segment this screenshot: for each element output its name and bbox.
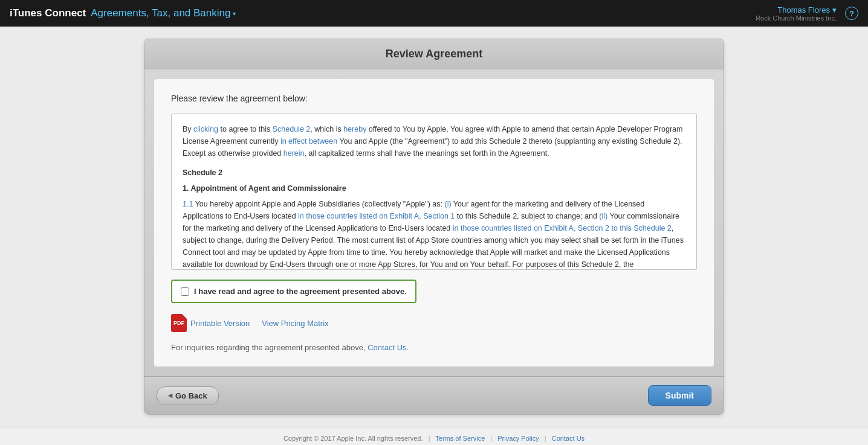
help-button[interactable]: ?	[845, 7, 858, 20]
user-org-label: Rock Church Ministries Inc.	[756, 14, 837, 22]
go-back-button[interactable]: Go Back	[157, 386, 219, 405]
footer-sep-2: |	[490, 435, 492, 442]
review-agreement-card: Review Agreement Please review the agree…	[144, 39, 724, 415]
main-content: Review Agreement Please review the agree…	[0, 27, 868, 427]
brand-name: iTunes Connect	[10, 7, 86, 19]
agreement-textbox[interactable]: By clicking to agree to this Schedule 2,…	[171, 113, 697, 270]
section1-title: 1. Appointment of Agent and Commissionai…	[183, 182, 685, 194]
bottom-bar: Go Back Submit	[144, 376, 724, 414]
view-pricing-link[interactable]: View Pricing Matrix	[262, 319, 328, 328]
printable-version-wrapper: PDF Printable Version	[171, 314, 250, 332]
printable-version-link[interactable]: Printable Version	[190, 319, 250, 328]
section-label: Agreements, Tax, and Banking	[91, 7, 230, 19]
footer-sep-1: |	[429, 435, 430, 442]
footer-sep-3: |	[545, 435, 546, 442]
privacy-policy-link[interactable]: Privacy Policy	[497, 435, 539, 442]
header-left: iTunes Connect Agreements, Tax, and Bank…	[10, 7, 236, 19]
section1-1-text: 1.1 You hereby appoint Apple and Apple S…	[183, 198, 685, 270]
inquiry-text: For inquiries regarding the agreement pr…	[171, 343, 697, 352]
agree-checkbox-wrapper: I have read and agree to the agreement p…	[171, 280, 416, 303]
agree-checkbox[interactable]	[181, 287, 189, 296]
inquiry-contact-link[interactable]: Contact Us	[368, 343, 406, 352]
agreement-para1: By clicking to agree to this Schedule 2,…	[183, 123, 685, 159]
inquiry-text-label: For inquiries regarding the agreement pr…	[171, 343, 366, 352]
section-chevron: ▾	[233, 10, 236, 17]
footer-copyright: Copyright © 2017 Apple Inc. All rights r…	[283, 435, 423, 442]
user-chevron: ▾	[832, 5, 837, 14]
review-agreement-title: Review Agreement	[157, 48, 711, 60]
submit-button[interactable]: Submit	[648, 385, 711, 406]
links-row: PDF Printable Version View Pricing Matri…	[171, 314, 697, 332]
review-intro-text: Please review the agreement below:	[171, 94, 697, 103]
pdf-icon: PDF	[171, 314, 187, 332]
footer-contact-link[interactable]: Contact Us	[552, 435, 585, 442]
agree-checkbox-label[interactable]: I have read and agree to the agreement p…	[194, 287, 407, 296]
header: iTunes Connect Agreements, Tax, and Bank…	[0, 0, 868, 27]
user-name-label: Thomas Flores	[777, 5, 830, 14]
section-nav[interactable]: Agreements, Tax, and Banking ▾	[91, 7, 236, 19]
user-info: Thomas Flores ▾ Rock Church Ministries I…	[756, 5, 837, 22]
footer: Copyright © 2017 Apple Inc. All rights r…	[0, 427, 868, 445]
user-name-dropdown[interactable]: Thomas Flores ▾	[756, 5, 837, 14]
schedule-title: Schedule 2	[183, 167, 685, 179]
header-right: Thomas Flores ▾ Rock Church Ministries I…	[756, 5, 858, 22]
review-card-body: Please review the agreement below: By cl…	[154, 79, 714, 367]
review-card-header: Review Agreement	[144, 39, 724, 69]
terms-of-service-link[interactable]: Terms of Service	[435, 435, 485, 442]
